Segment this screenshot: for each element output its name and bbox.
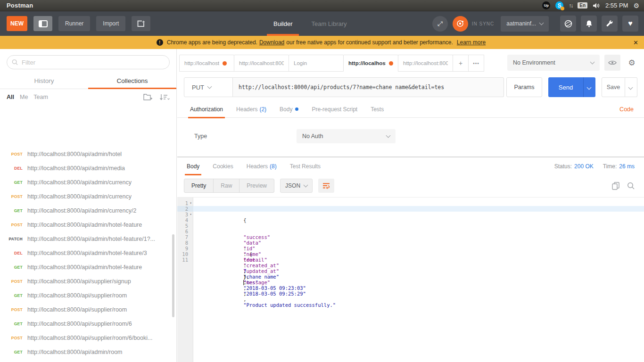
response-body-editor[interactable]: 1 ▾ { 2 xyxy=(177,197,644,362)
new-folder-icon[interactable] xyxy=(143,93,153,101)
collection-request-item[interactable]: GET http://localhost:8000/api/admin/hote… xyxy=(0,260,176,274)
settings-wrench-icon[interactable] xyxy=(602,16,618,32)
fold-caret-icon[interactable] xyxy=(188,246,193,251)
line-gutter[interactable]: 5 xyxy=(177,223,193,229)
collection-request-item[interactable]: POST http://localhost:8000/api/supplier/… xyxy=(0,274,176,288)
collection-request-item[interactable]: GET http://localhost:8000/api/supplier/r… xyxy=(0,317,176,331)
scope-filter[interactable]: Team xyxy=(33,94,48,100)
sidebar-tab[interactable]: Collections xyxy=(88,73,176,89)
line-gutter[interactable]: 1 ▾ xyxy=(177,200,193,206)
collection-request-item[interactable]: POST http://localhost:8000/api/supplier/… xyxy=(0,303,176,317)
http-method-select[interactable]: PUT xyxy=(184,77,233,97)
browse-icon[interactable] xyxy=(560,16,576,32)
line-gutter[interactable]: 9 xyxy=(177,246,193,251)
learn-more-link[interactable]: Learn more xyxy=(457,39,486,46)
line-gutter[interactable]: 7 xyxy=(177,234,193,240)
send-button[interactable]: Send xyxy=(548,77,583,97)
save-options-button[interactable] xyxy=(625,77,637,97)
response-tab[interactable]: Cookies xyxy=(206,158,239,175)
save-button[interactable]: Save xyxy=(602,77,625,97)
format-select[interactable]: JSON xyxy=(280,179,313,193)
collection-request-item[interactable]: DEL http://localhost:8000/api/admin/hote… xyxy=(0,246,176,260)
request-editor-tab[interactable]: Pre-request Script xyxy=(305,101,364,118)
new-button[interactable]: NEW xyxy=(7,16,27,31)
fold-caret-icon[interactable] xyxy=(188,229,193,234)
keyboard-layout-indicator[interactable]: En xyxy=(578,2,587,8)
sidebar-scrollbar[interactable] xyxy=(172,234,174,317)
collection-request-item[interactable]: GET http://localhost:8000/api/admin/room xyxy=(0,345,176,359)
fold-caret-icon[interactable] xyxy=(188,234,193,240)
collection-request-item[interactable]: POST http://localhost:8000/api/supplier/… xyxy=(0,331,176,345)
fold-caret-icon[interactable] xyxy=(188,206,193,212)
add-tab-button[interactable]: + xyxy=(453,55,469,72)
view-mode-button[interactable]: Raw xyxy=(213,179,239,192)
request-editor-tab[interactable]: Tests xyxy=(364,101,390,118)
filter-input[interactable] xyxy=(22,59,165,66)
scope-filter[interactable]: All xyxy=(7,94,14,100)
copy-icon[interactable] xyxy=(612,182,619,190)
request-tab[interactable]: http://localhost:8000 xyxy=(234,55,289,72)
collection-request-item[interactable]: POST http://localhost:8000/api/admin/roo… xyxy=(0,359,176,362)
collection-request-item[interactable]: GET http://localhost:8000/api/admin/curr… xyxy=(0,204,176,218)
request-editor-tab[interactable]: Body xyxy=(273,101,305,118)
system-clock[interactable]: 2:55 PM xyxy=(605,2,628,9)
line-gutter[interactable]: 10 xyxy=(177,251,193,257)
line-gutter[interactable]: 4 xyxy=(177,217,193,223)
line-gutter[interactable]: 3 ▾ xyxy=(177,212,193,217)
fold-caret-icon[interactable] xyxy=(188,257,193,263)
response-tab[interactable]: Test Results xyxy=(283,158,327,175)
response-tab[interactable]: Body xyxy=(180,158,206,175)
session-menu-icon[interactable]: ⚙ xyxy=(633,2,639,9)
request-tab[interactable]: http://localhost xyxy=(179,55,234,72)
skype-icon[interactable]: S xyxy=(555,1,563,9)
fold-caret-icon[interactable]: ▾ xyxy=(188,212,193,217)
network-updown-icon[interactable]: ↑↓ xyxy=(569,2,572,9)
params-button[interactable]: Params xyxy=(506,77,542,97)
code-link[interactable]: Code xyxy=(619,106,634,113)
environment-select[interactable]: No Environment xyxy=(507,55,600,71)
import-button[interactable]: Import xyxy=(96,16,125,31)
line-gutter[interactable]: 8 xyxy=(177,240,193,246)
line-gutter[interactable]: 11 xyxy=(177,257,193,263)
nav-tab[interactable]: Team Library xyxy=(302,11,356,36)
sidebar-tab[interactable]: History xyxy=(0,73,88,89)
user-menu-button[interactable]: aatmaninf... xyxy=(501,16,549,32)
environment-preview-eye-icon[interactable] xyxy=(604,55,620,71)
collection-request-item[interactable]: POST http://localhost:8000/api/admin/cur… xyxy=(0,189,176,204)
sidebar-toggle-button[interactable] xyxy=(33,16,52,31)
request-editor-tab[interactable]: Authorization xyxy=(183,101,230,118)
environment-settings-gear-icon[interactable]: ⚙ xyxy=(625,55,638,71)
collection-request-item[interactable]: DEL http://localhost:8000/api/admin/medi… xyxy=(0,161,176,175)
request-tab[interactable]: http://localhost xyxy=(343,55,398,72)
collection-request-item[interactable]: GET http://localhost:8000/api/admin/curr… xyxy=(0,175,176,189)
download-link[interactable]: Download xyxy=(259,39,284,46)
capture-requests-icon[interactable]: ⤢ xyxy=(432,16,448,32)
request-url-input[interactable] xyxy=(233,77,504,97)
banner-close-icon[interactable]: ✕ xyxy=(633,39,638,46)
response-tab[interactable]: Headers (8) xyxy=(240,158,283,175)
fold-caret-icon[interactable]: ▾ xyxy=(188,200,193,206)
notifications-bell-icon[interactable] xyxy=(581,16,597,32)
send-options-button[interactable] xyxy=(583,77,595,97)
collection-request-item[interactable]: GET http://localhost:8000/api/supplier/r… xyxy=(0,288,176,303)
runner-button[interactable]: Runner xyxy=(58,16,90,31)
view-mode-button[interactable]: Pretty xyxy=(184,179,213,192)
request-tab[interactable]: http://localhost:8000 xyxy=(398,55,453,72)
line-gutter[interactable]: 6 xyxy=(177,229,193,234)
collection-request-item[interactable]: POST http://localhost:8000/api/admin/hot… xyxy=(0,150,176,161)
search-response-icon[interactable] xyxy=(627,182,635,189)
collection-request-item[interactable]: POST http://localhost:8000/api/admin/hot… xyxy=(0,218,176,232)
ubuntu-one-icon[interactable]: Up xyxy=(542,1,550,9)
line-gutter[interactable]: 2 xyxy=(177,206,193,212)
heart-icon[interactable]: ♥ xyxy=(622,16,638,32)
nav-tab[interactable]: Builder xyxy=(264,11,302,36)
wrap-text-button[interactable] xyxy=(318,179,334,193)
tab-overflow-button[interactable]: ••• xyxy=(468,55,484,72)
sort-icon[interactable] xyxy=(159,94,170,101)
new-window-button[interactable] xyxy=(132,16,150,31)
scope-filter[interactable]: Me xyxy=(20,94,28,100)
collection-request-item[interactable]: PATCH http://localhost:8000/api/admin/ho… xyxy=(0,232,176,246)
sync-status-icon[interactable] xyxy=(453,16,468,32)
request-editor-tab[interactable]: Headers (2) xyxy=(230,101,273,118)
fold-caret-icon[interactable] xyxy=(188,240,193,246)
